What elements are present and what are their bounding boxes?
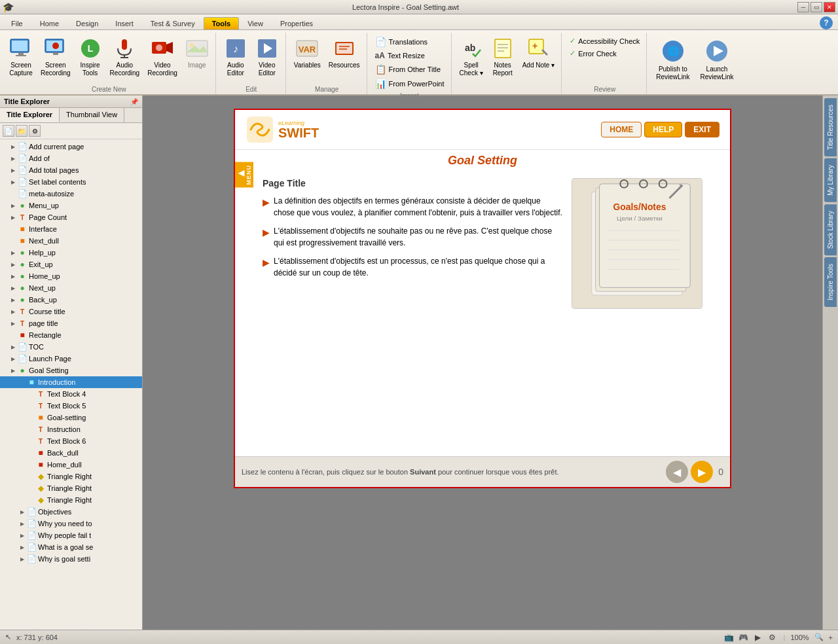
- expand-exit-up[interactable]: ▶: [9, 262, 17, 268]
- tree-item-triangle-right-1[interactable]: ◆Triangle Right: [0, 471, 142, 482]
- expand-page-title[interactable]: ▶: [9, 321, 17, 327]
- tree-item-add-total-pages[interactable]: ▶📄Add total pages: [0, 164, 142, 176]
- expand-what-is-goal[interactable]: ▶: [18, 545, 26, 550]
- home-nav-button[interactable]: HOME: [601, 122, 642, 137]
- title-resources-tab[interactable]: Title Resources: [824, 98, 837, 156]
- zoom-out-button[interactable]: 🔍: [814, 633, 824, 641]
- from-powerpoint-button[interactable]: 📊 From PowerPoint: [373, 77, 447, 90]
- screen-recording-button[interactable]: ScreenRecording: [38, 35, 73, 79]
- tab-properties[interactable]: Properties: [272, 17, 321, 29]
- accessibility-check-button[interactable]: ✓ Accessibility Check: [567, 35, 642, 46]
- restore-button[interactable]: ▭: [811, 2, 822, 12]
- tree-item-home-dull[interactable]: ■Home_dull: [0, 459, 142, 471]
- tree-item-instruction[interactable]: TInstruction: [0, 423, 142, 435]
- sidebar-tool-2[interactable]: 📁: [16, 125, 27, 137]
- expand-add-total-pages[interactable]: ▶: [9, 168, 17, 173]
- tab-test-survey[interactable]: Test & Survey: [142, 17, 204, 29]
- expand-why-you-need[interactable]: ▶: [18, 521, 26, 527]
- error-check-button[interactable]: ✓ Error Check: [567, 48, 642, 59]
- publish-reviewlink-button[interactable]: 🌐 Publish toReviewLink: [652, 35, 693, 84]
- screen-capture-button[interactable]: ScreenCapture: [7, 35, 35, 79]
- expand-menu-up[interactable]: ▶: [9, 203, 17, 209]
- from-other-title-button[interactable]: 📋 From Other Title: [373, 63, 447, 76]
- tree-item-next-up[interactable]: ▶●Next_up: [0, 282, 142, 294]
- tree-item-meta-autosize[interactable]: 📄meta-autosize: [0, 188, 142, 200]
- expand-button[interactable]: +: [829, 634, 833, 641]
- tree-item-what-is-goal[interactable]: ▶📄What is a goal se: [0, 541, 142, 553]
- next-button[interactable]: ▶: [691, 461, 713, 483]
- help-nav-button[interactable]: HELP: [644, 122, 682, 137]
- variables-button[interactable]: VAR Variables: [291, 35, 323, 71]
- tree-item-interface[interactable]: ■Interface: [0, 223, 142, 235]
- tree-item-set-label-contents[interactable]: ▶📄Set label contents: [0, 176, 142, 188]
- tree-item-back-up[interactable]: ▶●Back_up: [0, 294, 142, 306]
- tab-tools[interactable]: Tools: [204, 17, 240, 29]
- tree-item-launch-page[interactable]: ▶📄Launch Page: [0, 353, 142, 365]
- add-note-button[interactable]: + Add Note ▾: [520, 35, 557, 71]
- tree-item-course-title[interactable]: ▶TCourse title: [0, 306, 142, 317]
- close-button[interactable]: ✕: [824, 2, 835, 12]
- resources-button[interactable]: Resources: [326, 35, 363, 71]
- tree-item-add-of[interactable]: ▶📄Add of: [0, 152, 142, 164]
- expand-back-up[interactable]: ▶: [9, 297, 17, 303]
- spell-check-button[interactable]: ab SpellCheck ▾: [457, 35, 486, 79]
- tree-item-page-title[interactable]: ▶Tpage title: [0, 317, 142, 329]
- expand-add-current-page[interactable]: ▶: [9, 144, 17, 150]
- launch-reviewlink-button[interactable]: LaunchReviewLink: [696, 35, 737, 84]
- tree-item-text-block-4[interactable]: TText Block 4: [0, 388, 142, 400]
- tree-item-goal-setting[interactable]: ▶●Goal Setting: [0, 365, 142, 376]
- status-icon-4[interactable]: ⚙: [767, 632, 778, 643]
- tree-item-page-count[interactable]: ▶TPage Count: [0, 211, 142, 223]
- stock-library-tab[interactable]: Stock Library: [824, 204, 837, 255]
- status-icon-2[interactable]: 🎮: [738, 632, 750, 643]
- menu-strip[interactable]: MENU ▶: [235, 162, 253, 188]
- inspire-tools-tab[interactable]: Inspire Tools: [824, 257, 837, 307]
- tab-file[interactable]: File: [3, 17, 31, 29]
- expand-next-up[interactable]: ▶: [9, 285, 17, 291]
- expand-goal-setting[interactable]: ▶: [9, 368, 17, 374]
- tab-view[interactable]: View: [239, 17, 272, 29]
- tree-item-next-dull[interactable]: ■Next_dull: [0, 235, 142, 247]
- expand-help-up[interactable]: ▶: [9, 250, 17, 256]
- title-explorer-tab[interactable]: Title Explorer: [0, 108, 60, 122]
- expand-objectives[interactable]: ▶: [18, 509, 26, 515]
- tree-item-rectangle[interactable]: ■Rectangle: [0, 329, 142, 341]
- expand-course-title[interactable]: ▶: [9, 309, 17, 315]
- tree-item-add-current-page[interactable]: ▶📄Add current page: [0, 141, 142, 152]
- inspire-tools-button[interactable]: L InspireTools: [76, 35, 105, 79]
- tree-item-text-block-5[interactable]: TText Block 5: [0, 400, 142, 412]
- tab-home[interactable]: Home: [31, 17, 67, 29]
- thumbnail-view-tab[interactable]: Thumbnail View: [60, 108, 124, 122]
- exit-nav-button[interactable]: EXIT: [685, 122, 720, 137]
- my-library-tab[interactable]: My Library: [824, 158, 837, 202]
- tree-item-triangle-right-3[interactable]: ◆Triangle Right: [0, 494, 142, 506]
- expand-toc[interactable]: ▶: [9, 344, 17, 350]
- expand-why-people-fail[interactable]: ▶: [18, 533, 26, 539]
- tree-item-introduction[interactable]: ■Introduction: [0, 376, 142, 388]
- video-editor-button[interactable]: VideoEditor: [253, 35, 282, 79]
- expand-home-up[interactable]: ▶: [9, 274, 17, 279]
- tree-item-objectives[interactable]: ▶📄Objectives: [0, 506, 142, 518]
- help-button[interactable]: ?: [820, 16, 833, 29]
- tree-item-menu-up[interactable]: ▶●Menu_up: [0, 200, 142, 211]
- translations-button[interactable]: 📄 Translations: [373, 35, 447, 48]
- sidebar-tool-1[interactable]: 📄: [3, 125, 14, 137]
- minimize-button[interactable]: ─: [797, 2, 809, 12]
- prev-button[interactable]: ◀: [666, 461, 688, 483]
- audio-recording-button[interactable]: AudioRecording: [107, 35, 143, 79]
- sidebar-tool-3[interactable]: ⚙: [29, 125, 41, 137]
- tab-insert[interactable]: Insert: [107, 17, 142, 29]
- canvas-area[interactable]: eLearning SWIFT HOME HELP EXIT Goal Sett…: [143, 96, 822, 630]
- expand-page-count[interactable]: ▶: [9, 215, 17, 221]
- tree-item-why-people-fail[interactable]: ▶📄Why people fail t: [0, 529, 142, 541]
- tree-item-help-up[interactable]: ▶●Help_up: [0, 247, 142, 259]
- expand-add-of[interactable]: ▶: [9, 156, 17, 162]
- audio-editor-button[interactable]: ♪ AudioEditor: [221, 35, 250, 79]
- status-icon-1[interactable]: 📺: [723, 632, 735, 643]
- tree-item-why-is-goal[interactable]: ▶📄Why is goal setti: [0, 553, 142, 565]
- status-icon-3[interactable]: ▶: [752, 632, 764, 643]
- tree-item-toc[interactable]: ▶📄TOC: [0, 341, 142, 353]
- tree-item-text-block-6[interactable]: TText Block 6: [0, 435, 142, 447]
- tree-item-back-dull[interactable]: ■Back_dull: [0, 447, 142, 459]
- image-button[interactable]: Image: [183, 35, 211, 71]
